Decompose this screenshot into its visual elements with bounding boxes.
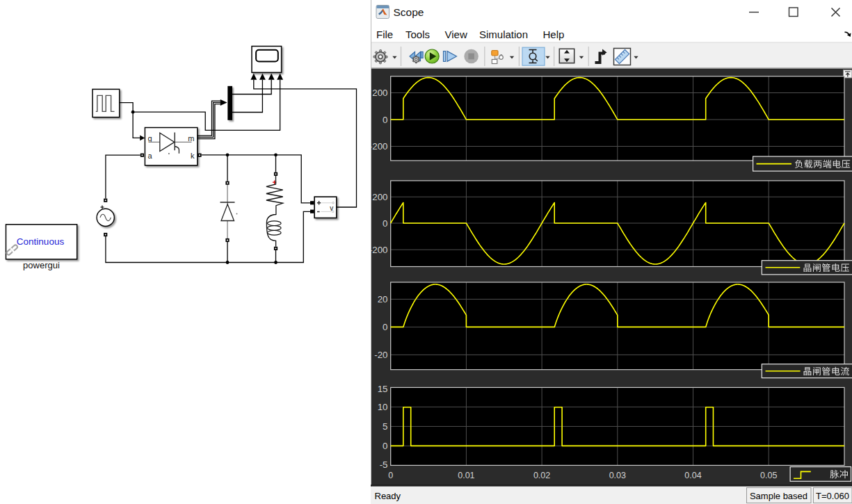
svg-text:powergui: powergui: [23, 260, 60, 270]
svg-text:View: View: [445, 29, 467, 40]
svg-text:0: 0: [383, 441, 387, 451]
svg-text:0: 0: [383, 115, 387, 125]
svg-text:15: 15: [378, 384, 388, 394]
svg-text:Continuous: Continuous: [17, 236, 65, 247]
svg-text:10: 10: [378, 402, 388, 412]
svg-text:Ready: Ready: [375, 491, 401, 501]
svg-text:200: 200: [372, 192, 387, 202]
svg-text:0: 0: [383, 322, 387, 332]
svg-text:0: 0: [388, 471, 393, 480]
svg-text:Scope: Scope: [394, 6, 424, 18]
svg-text:k: k: [191, 152, 195, 160]
svg-text:0.01: 0.01: [458, 471, 474, 480]
svg-text:Help: Help: [543, 29, 565, 40]
svg-text:0.02: 0.02: [533, 471, 550, 480]
svg-text:0.04: 0.04: [684, 471, 701, 480]
svg-text:5: 5: [383, 421, 387, 432]
svg-text:-20: -20: [374, 350, 387, 360]
svg-text:T=0.060: T=0.060: [816, 491, 849, 501]
svg-text:Simulation: Simulation: [479, 29, 528, 40]
svg-text:m: m: [188, 134, 194, 143]
svg-text:g: g: [148, 134, 152, 143]
svg-text:0.03: 0.03: [609, 471, 626, 480]
svg-text:0: 0: [383, 218, 387, 229]
svg-text:a: a: [148, 152, 153, 160]
svg-text:File: File: [376, 29, 393, 40]
svg-text:-200: -200: [369, 141, 388, 152]
svg-text:Tools: Tools: [405, 29, 430, 40]
svg-text:v: v: [330, 204, 333, 212]
svg-text:200: 200: [372, 88, 387, 98]
svg-text:0.05: 0.05: [760, 471, 777, 480]
svg-text:Sample based: Sample based: [750, 491, 807, 501]
svg-text:20: 20: [378, 294, 388, 304]
svg-text:-200: -200: [369, 245, 388, 255]
svg-text:-5: -5: [380, 460, 388, 470]
